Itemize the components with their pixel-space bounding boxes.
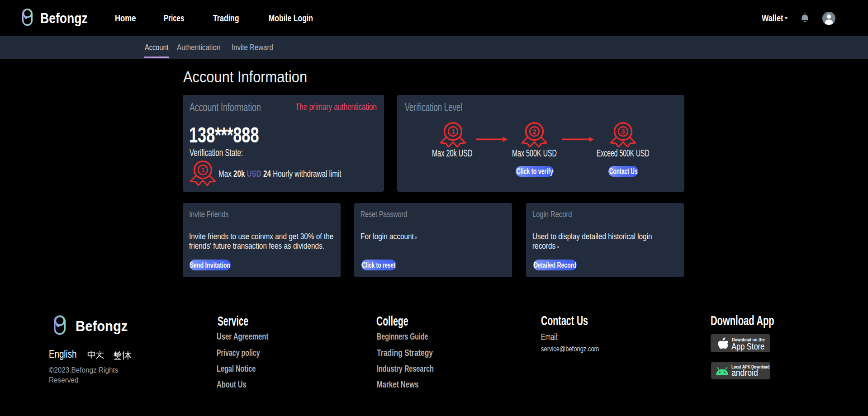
svg-text:1: 1 bbox=[451, 128, 455, 135]
svg-text:1: 1 bbox=[201, 166, 204, 174]
svg-text:2: 2 bbox=[532, 128, 536, 135]
svg-text:3: 3 bbox=[621, 128, 625, 135]
